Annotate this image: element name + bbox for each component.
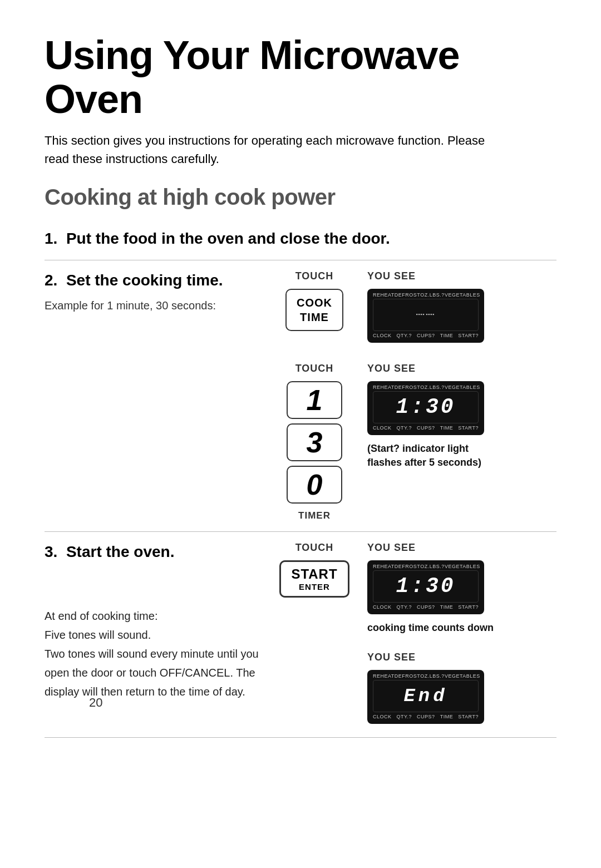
button-3[interactable]: 3 bbox=[287, 423, 342, 461]
page-number: 20 bbox=[89, 696, 102, 710]
timer-label: TIMER bbox=[298, 510, 331, 521]
caption-3: cooking time counts down bbox=[367, 621, 494, 635]
end-line-3: Two tones will sound every minute until … bbox=[45, 644, 267, 701]
touch-header-2: TOUCH bbox=[295, 363, 334, 374]
yousee-header-3: YOU SEE bbox=[367, 542, 416, 554]
display-1: REHEAT DEFROST OZ. LBS.? VEGETABLES ┈┈ C… bbox=[367, 289, 484, 343]
page-title: Using Your Microwave Oven bbox=[45, 33, 556, 121]
step-3-right: TOUCH START ENTER YOU SEE REHEAT DEFROST bbox=[278, 542, 556, 727]
step-3-touch: TOUCH START ENTER bbox=[278, 542, 351, 635]
yousee-header-1: YOU SEE bbox=[367, 270, 416, 282]
step-2-label: 2. Set the cooking time. bbox=[45, 270, 267, 290]
end-line-2: Five tones will sound. bbox=[45, 625, 267, 644]
step-2-example: Example for 1 minute, 30 seconds: bbox=[45, 297, 267, 314]
step-2-yousee-2: YOU SEE REHEAT DEFROST OZ. LBS.? VEGETAB… bbox=[367, 363, 495, 521]
step-3-number: 3. bbox=[45, 543, 57, 560]
step-3-block: 3. Start the oven. At end of cooking tim… bbox=[45, 532, 556, 738]
end-line-1: At end of cooking time: bbox=[45, 606, 267, 625]
step-2-yousee-1: YOU SEE REHEAT DEFROST OZ. LBS.? VEGETAB… bbox=[367, 270, 495, 346]
button-0[interactable]: 0 bbox=[287, 466, 342, 504]
caption-2: (Start? indicator lightflashes after 5 s… bbox=[367, 442, 481, 470]
page-intro: This section gives you instructions for … bbox=[45, 131, 501, 168]
display-2: REHEAT DEFROST OZ. LBS.? VEGETABLES 1:30… bbox=[367, 381, 484, 435]
step-1-label: 1. Put the food in the oven and close th… bbox=[45, 228, 556, 249]
step-3-endtext: At end of cooking time: Five tones will … bbox=[45, 606, 267, 701]
step-3-text: Start the oven. bbox=[66, 543, 174, 560]
step-2-touch-2: TOUCH 1 3 0 TIMER bbox=[278, 363, 351, 521]
yousee-header-4: YOU SEE bbox=[367, 652, 416, 663]
step-2-text: Set the cooking time. bbox=[66, 272, 223, 289]
step-2-block: 2. Set the cooking time. Example for 1 m… bbox=[45, 260, 556, 532]
section-title: Cooking at high cook power bbox=[45, 185, 556, 210]
step-1-text: Put the food in the oven and close the d… bbox=[66, 230, 390, 247]
display-end: REHEAT DEFROST OZ. LBS.? VEGETABLES End … bbox=[367, 670, 484, 724]
step-1-number: 1. bbox=[45, 230, 57, 247]
step-2-number: 2. bbox=[45, 272, 57, 289]
touch-header-3: TOUCH bbox=[295, 542, 334, 554]
step-2-touch-1: TOUCH COOKTIME bbox=[278, 270, 351, 346]
touch-header-1: TOUCH bbox=[295, 270, 334, 282]
step-3-yousee-2: YOU SEE REHEAT DEFROST OZ. LBS.? VEGETAB… bbox=[367, 652, 495, 727]
step-2-right: TOUCH COOKTIME YOU SEE REHEAT DEFROST OZ… bbox=[278, 270, 556, 521]
button-1[interactable]: 1 bbox=[287, 381, 342, 419]
step-3-yousee-1: YOU SEE REHEAT DEFROST OZ. LBS.? VEGETAB… bbox=[367, 542, 495, 635]
start-button[interactable]: START ENTER bbox=[279, 560, 349, 598]
step-2-left: 2. Set the cooking time. Example for 1 m… bbox=[45, 270, 278, 314]
yousee-header-2: YOU SEE bbox=[367, 363, 416, 374]
step-3-label: 3. Start the oven. bbox=[45, 542, 267, 562]
step-1-block: 1. Put the food in the oven and close th… bbox=[45, 222, 556, 260]
cook-time-button[interactable]: COOKTIME bbox=[285, 289, 343, 331]
step-3-touch-empty bbox=[278, 652, 351, 727]
display-3: REHEAT DEFROST OZ. LBS.? VEGETABLES 1:30… bbox=[367, 560, 484, 614]
step-3-left: 3. Start the oven. At end of cooking tim… bbox=[45, 542, 278, 701]
start-label: START bbox=[291, 566, 337, 582]
enter-label: ENTER bbox=[291, 582, 337, 591]
